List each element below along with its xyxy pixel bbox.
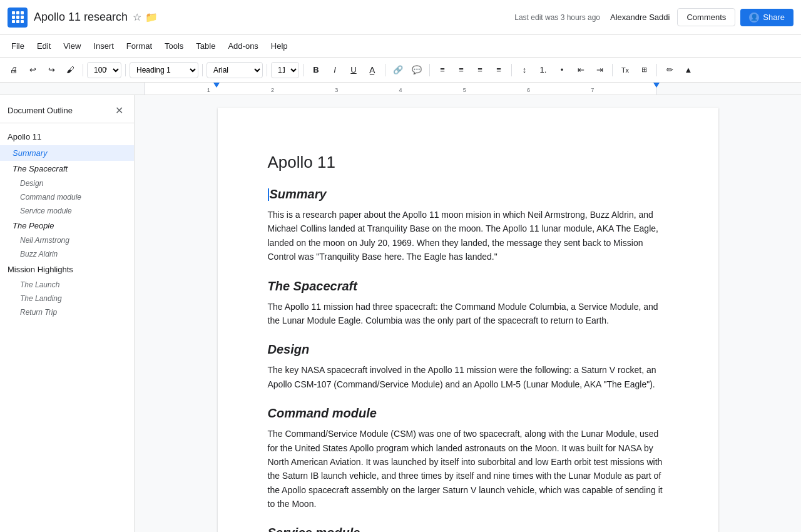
outline-item-people[interactable]: The People xyxy=(0,218,134,233)
italic-button[interactable]: I xyxy=(326,61,344,79)
doc-main-title[interactable]: Apollo 11 xyxy=(268,153,668,172)
align-center-button[interactable]: ≡ xyxy=(452,61,470,79)
menu-addons[interactable]: Add-ons xyxy=(222,39,264,53)
align-right-button[interactable]: ≡ xyxy=(471,61,489,79)
doc-heading-service-module: Service module xyxy=(268,526,668,532)
doc-heading-summary: Summary xyxy=(268,187,668,202)
outline-items: Apollo 11 Summary The Spacecraft Design … xyxy=(0,123,134,324)
folder-icon[interactable]: 📁 xyxy=(145,11,158,23)
toolbar-divider-6 xyxy=(385,64,385,76)
toolbar-divider-5 xyxy=(303,64,304,76)
edit-mode-button[interactable]: ✏ xyxy=(661,61,678,79)
more-options-button[interactable]: ⊞ xyxy=(635,61,653,79)
heading-select[interactable]: Heading 1 Normal text Heading 2 Heading … xyxy=(130,62,198,78)
top-bar: Apollo 11 research ☆ 📁 Last edit was 3 h… xyxy=(0,0,801,35)
menu-format[interactable]: Format xyxy=(120,39,158,53)
menu-tools[interactable]: Tools xyxy=(158,39,190,53)
menu-help[interactable]: Help xyxy=(265,39,294,53)
increase-indent-button[interactable]: ⇥ xyxy=(591,61,608,79)
menu-table[interactable]: Table xyxy=(190,39,222,53)
toolbar: 🖨 ↩ ↪ 🖌 100% 75% 125% Heading 1 Normal t… xyxy=(0,58,801,83)
menu-bar: File Edit View Insert Format Tools Table… xyxy=(0,35,801,58)
font-select[interactable]: Arial Times New Roman Georgia xyxy=(207,62,263,78)
line-spacing-button[interactable]: ↕ xyxy=(516,61,533,79)
comments-button[interactable]: Comments xyxy=(677,8,735,26)
main-layout: Document Outline ✕ Apollo 11 Summary The… xyxy=(0,95,801,532)
menu-insert[interactable]: Insert xyxy=(87,39,120,53)
decrease-indent-button[interactable]: ⇤ xyxy=(572,61,589,79)
document-area[interactable]: Apollo 11 Summary This is a research pap… xyxy=(135,95,801,532)
sidebar-close-button[interactable]: ✕ xyxy=(111,103,126,118)
underline-button[interactable]: U xyxy=(345,61,362,79)
document-outline-sidebar: Document Outline ✕ Apollo 11 Summary The… xyxy=(0,95,135,532)
font-color-button[interactable]: A̲ xyxy=(364,61,381,79)
undo-button[interactable]: ↩ xyxy=(24,61,41,79)
doc-heading-command-module: Command module xyxy=(268,406,668,421)
doc-heading-design: Design xyxy=(268,342,668,357)
menu-edit[interactable]: Edit xyxy=(31,39,57,53)
outline-item-apollo11[interactable]: Apollo 11 xyxy=(0,128,134,145)
last-edit-text: Last edit was 3 hours ago xyxy=(514,13,600,22)
bullet-list-button[interactable]: • xyxy=(553,61,571,79)
app-grid-button[interactable] xyxy=(8,8,28,28)
outline-item-neil-armstrong[interactable]: Neil Armstrong xyxy=(0,233,134,247)
doc-page[interactable]: Apollo 11 Summary This is a research pap… xyxy=(218,108,718,532)
toolbar-divider-4 xyxy=(267,64,267,76)
user-name: Alexandre Saddi xyxy=(610,13,670,22)
right-margin-marker[interactable] xyxy=(653,83,660,88)
comment-button[interactable]: 💬 xyxy=(408,61,426,79)
menu-file[interactable]: File xyxy=(5,39,31,53)
font-size-select[interactable]: 11 10 12 14 xyxy=(271,62,299,78)
doc-heading-spacecraft: The Spacecraft xyxy=(268,279,668,294)
paint-format-button[interactable]: 🖌 xyxy=(61,61,79,79)
sidebar-header: Document Outline ✕ xyxy=(0,95,134,123)
collapse-toolbar-button[interactable]: ▲ xyxy=(680,61,697,79)
toolbar-divider-3 xyxy=(202,64,203,76)
outline-item-service-module[interactable]: Service module xyxy=(0,204,134,218)
star-icon[interactable]: ☆ xyxy=(133,11,141,23)
ruler-inner: 1 2 3 4 5 6 7 xyxy=(144,83,657,95)
align-left-button[interactable]: ≡ xyxy=(434,61,451,79)
numbered-list-button[interactable]: 1. xyxy=(534,61,552,79)
outline-item-buzz-aldrin[interactable]: Buzz Aldrin xyxy=(0,247,134,261)
sidebar-title: Document Outline xyxy=(8,106,73,115)
doc-title[interactable]: Apollo 11 research xyxy=(34,11,128,24)
outline-item-design[interactable]: Design xyxy=(0,176,134,190)
ruler: 1 2 3 4 5 6 7 xyxy=(0,83,801,95)
menu-view[interactable]: View xyxy=(57,39,87,53)
doc-para-design[interactable]: The key NASA spacecraft involved in the … xyxy=(268,363,668,391)
toolbar-divider-2 xyxy=(125,64,126,76)
justify-button[interactable]: ≡ xyxy=(490,61,508,79)
redo-button[interactable]: ↪ xyxy=(43,61,60,79)
outline-item-mission-highlights[interactable]: Mission Highlights xyxy=(0,261,134,278)
doc-para-spacecraft[interactable]: The Apollo 11 mission had three spacecra… xyxy=(268,300,668,328)
share-button[interactable]: 👤 Share xyxy=(740,9,793,26)
toolbar-divider-10 xyxy=(656,64,657,76)
zoom-select[interactable]: 100% 75% 125% xyxy=(87,62,121,78)
outline-item-return-trip[interactable]: Return Trip xyxy=(0,305,134,319)
link-button[interactable]: 🔗 xyxy=(389,61,407,79)
outline-item-summary[interactable]: Summary xyxy=(0,145,134,161)
outline-item-the-landing[interactable]: The Landing xyxy=(0,292,134,305)
print-button[interactable]: 🖨 xyxy=(5,61,23,79)
share-icon: 👤 xyxy=(749,13,759,23)
toolbar-divider-7 xyxy=(429,64,430,76)
doc-para-command-module[interactable]: The Command/Service Module (CSM) was one… xyxy=(268,427,668,511)
outline-item-command-module[interactable]: Command module xyxy=(0,190,134,204)
bold-button[interactable]: B xyxy=(307,61,325,79)
left-margin-marker[interactable] xyxy=(213,83,220,88)
toolbar-divider-8 xyxy=(511,64,512,76)
outline-item-spacecraft[interactable]: The Spacecraft xyxy=(0,161,134,176)
outline-item-the-launch[interactable]: The Launch xyxy=(0,278,134,292)
toolbar-divider-1 xyxy=(83,64,83,76)
clear-formatting-button[interactable]: Tx xyxy=(616,61,634,79)
doc-para-summary[interactable]: This is a research paper about the Apoll… xyxy=(268,208,668,264)
toolbar-divider-9 xyxy=(612,64,613,76)
text-cursor xyxy=(268,188,269,201)
